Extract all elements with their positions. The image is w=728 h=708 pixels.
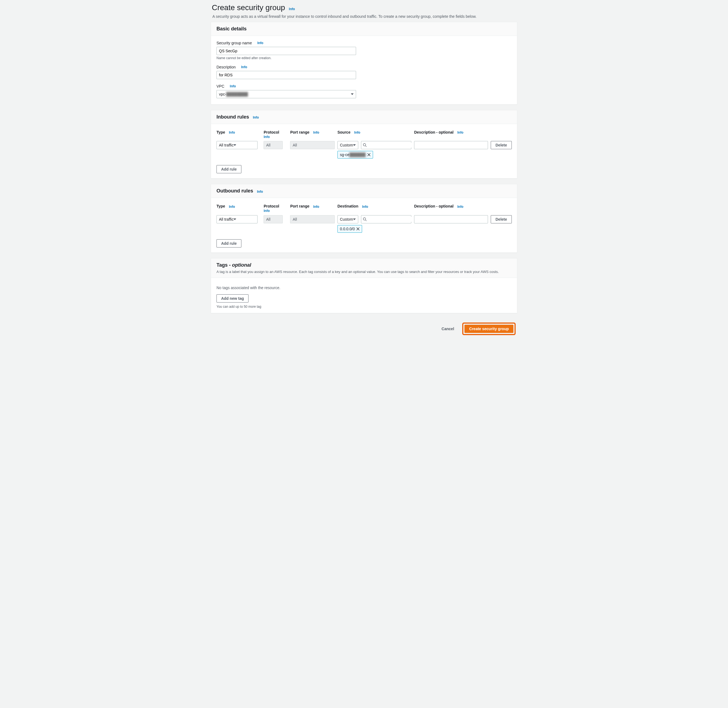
- col-desc-label: Description - optional: [414, 130, 454, 135]
- col-dest-label: Destination: [338, 204, 358, 208]
- inbound-source-search-input[interactable]: [368, 143, 417, 148]
- inbound-type-select[interactable]: All traffic: [216, 141, 258, 149]
- sg-desc-info-link[interactable]: Info: [241, 65, 247, 69]
- outbound-dest-search[interactable]: [361, 215, 411, 223]
- inbound-rules-panel: Inbound rules Info Type Info ProtocolInf…: [211, 110, 517, 178]
- col-desc-info[interactable]: Info: [457, 131, 463, 135]
- tags-limit-text: You can add up to 50 more tag: [216, 305, 512, 309]
- create-security-group-button[interactable]: Create security group: [464, 325, 513, 333]
- svg-point-3: [363, 144, 365, 146]
- inbound-source-mode-select[interactable]: Custom: [338, 141, 358, 149]
- sg-name-input[interactable]: [216, 47, 356, 55]
- outbound-type-select[interactable]: All traffic: [216, 215, 258, 223]
- page-info-link[interactable]: Info: [289, 7, 295, 11]
- svg-marker-1: [233, 144, 236, 146]
- vpc-info-link[interactable]: Info: [230, 84, 236, 88]
- sg-name-hint: Name cannot be edited after creation.: [216, 56, 512, 60]
- inbound-add-rule-button[interactable]: Add rule: [216, 165, 241, 173]
- col-port-info-out[interactable]: Info: [313, 205, 319, 209]
- page-description: A security group acts as a virtual firew…: [212, 14, 517, 19]
- outbound-delete-button[interactable]: Delete: [491, 215, 512, 223]
- col-protocol-label: Protocol: [264, 130, 279, 135]
- col-protocol-label-out: Protocol: [264, 204, 279, 208]
- svg-marker-0: [351, 93, 354, 95]
- sg-desc-label: Description: [216, 65, 236, 69]
- tags-panel: Tags - optional A tag is a label that yo…: [211, 258, 517, 313]
- inbound-delete-button[interactable]: Delete: [491, 141, 512, 149]
- footer-actions: Cancel Create security group: [211, 319, 517, 335]
- vpc-select[interactable]: vpc-████████: [216, 90, 356, 98]
- outbound-desc-input[interactable]: [414, 215, 488, 223]
- tags-desc: A tag is a label that you assign to an A…: [216, 270, 512, 274]
- col-desc-label-out: Description - optional: [414, 204, 454, 208]
- outbound-add-rule-button[interactable]: Add rule: [216, 239, 241, 248]
- search-icon: [363, 218, 367, 221]
- outbound-dest-mode-select[interactable]: Custom: [338, 215, 358, 223]
- tags-title: Tags - optional: [216, 262, 251, 268]
- col-dest-info[interactable]: Info: [362, 205, 368, 209]
- remove-token-icon[interactable]: [356, 227, 360, 231]
- outbound-port-field: All: [290, 215, 335, 223]
- outbound-dest-search-input[interactable]: [368, 217, 417, 222]
- basic-details-panel: Basic details Security group name Info N…: [211, 22, 517, 104]
- sg-name-label: Security group name: [216, 41, 252, 45]
- col-port-label-out: Port range: [290, 204, 309, 208]
- inbound-protocol-field: All: [264, 141, 283, 149]
- add-tag-button[interactable]: Add new tag: [216, 294, 248, 303]
- col-type-label: Type: [216, 130, 225, 135]
- search-icon: [363, 143, 367, 147]
- caret-down-icon: [233, 219, 236, 220]
- outbound-protocol-field: All: [264, 215, 283, 223]
- vpc-label: VPC: [216, 84, 225, 88]
- inbound-rule-row: All traffic All All Custom: [216, 139, 512, 160]
- caret-down-icon: [351, 93, 354, 95]
- sg-desc-input[interactable]: [216, 71, 356, 79]
- inbound-info-link[interactable]: Info: [253, 116, 259, 119]
- col-type-label-out: Type: [216, 204, 225, 208]
- col-desc-info-out[interactable]: Info: [457, 205, 463, 209]
- cancel-button[interactable]: Cancel: [437, 325, 458, 333]
- caret-down-icon: [233, 144, 236, 146]
- col-source-info[interactable]: Info: [354, 131, 360, 135]
- inbound-rules-title: Inbound rules: [216, 114, 249, 120]
- col-protocol-info[interactable]: Info: [264, 135, 270, 139]
- create-button-highlight: Create security group: [462, 322, 516, 335]
- remove-token-icon[interactable]: [367, 153, 371, 156]
- col-type-info[interactable]: Info: [229, 131, 235, 135]
- outbound-rules-panel: Outbound rules Info Type Info ProtocolIn…: [211, 184, 517, 252]
- svg-line-10: [365, 220, 367, 221]
- inbound-source-token: sg-ce██████: [338, 151, 373, 158]
- col-type-info-out[interactable]: Info: [229, 205, 235, 209]
- inbound-port-field: All: [290, 141, 335, 149]
- sg-name-info-link[interactable]: Info: [257, 41, 263, 45]
- inbound-desc-input[interactable]: [414, 141, 488, 149]
- svg-marker-7: [233, 219, 236, 220]
- outbound-dest-token: 0.0.0.0/0: [338, 225, 363, 233]
- tags-empty-text: No tags associated with the resource.: [216, 286, 512, 290]
- basic-details-title: Basic details: [216, 26, 247, 32]
- svg-marker-8: [353, 219, 356, 220]
- page-title: Create security group: [212, 3, 285, 12]
- outbound-rules-title: Outbound rules: [216, 188, 253, 194]
- outbound-info-link[interactable]: Info: [257, 190, 263, 194]
- svg-point-9: [363, 218, 365, 220]
- col-port-info[interactable]: Info: [313, 131, 319, 135]
- caret-down-icon: [353, 219, 356, 220]
- outbound-rule-row: All traffic All All Custom: [216, 213, 512, 234]
- caret-down-icon: [353, 144, 356, 146]
- col-port-label: Port range: [290, 130, 309, 135]
- svg-line-4: [365, 146, 367, 147]
- svg-marker-2: [353, 144, 356, 146]
- inbound-source-search[interactable]: [361, 141, 411, 149]
- col-protocol-info-out[interactable]: Info: [264, 209, 270, 213]
- col-source-label: Source: [338, 130, 350, 135]
